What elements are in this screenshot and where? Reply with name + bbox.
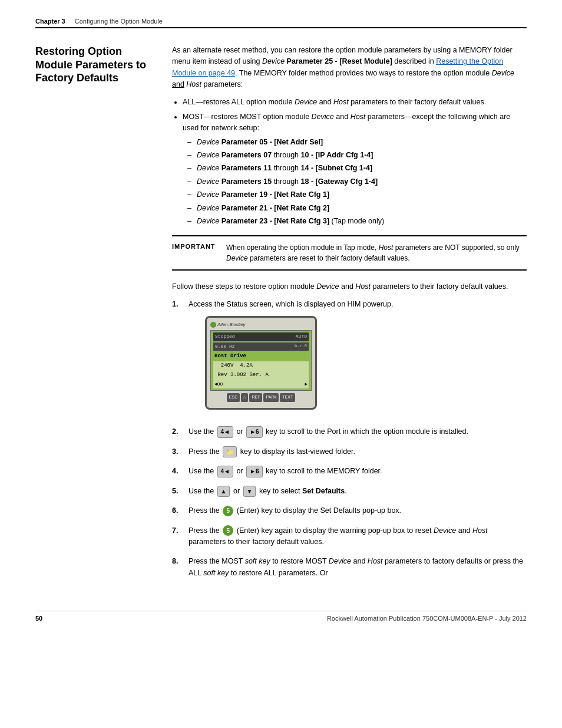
- step-7-italic2: Host: [472, 526, 488, 535]
- sub3-bold2: 14 - [Subnet Cfg 1-4]: [301, 164, 373, 172]
- follow-text3: parameters to their factory default valu…: [371, 282, 508, 291]
- him-rev-row: Rev 3.002 Ser. A: [213, 371, 309, 380]
- sub6-italic: Device: [197, 204, 219, 212]
- footer-page: 50: [35, 615, 42, 622]
- numbered-steps: 1. Access the Status screen, which is di…: [172, 299, 527, 579]
- step-6: 6. Press the 5 (Enter) key to display th…: [172, 505, 527, 516]
- sub7-italic: Device: [197, 217, 219, 225]
- sub4-bold: Parameters 15: [219, 177, 272, 186]
- him-drive-row: Host Drive: [213, 352, 309, 361]
- sub2-bold: Parameters 07: [219, 151, 272, 159]
- intro-underline: and: [172, 80, 184, 88]
- him-nav-right: ►: [305, 381, 308, 388]
- step-3-num: 3.: [172, 446, 184, 458]
- step-7-num: 7.: [172, 525, 184, 548]
- him-status-bar: Stopped AUTO: [213, 332, 309, 341]
- intro-italic1: Device: [262, 57, 285, 65]
- right-column: As an alternate reset method, you can re…: [172, 45, 527, 587]
- step-1-text: Access the Status screen, which is displ…: [189, 300, 393, 308]
- follow-italic2: Host: [355, 282, 371, 291]
- sub-bullet-4: Device Parameters 15 through 18 - [Gatew…: [197, 176, 527, 187]
- step-4: 4. Use the 4◄ or ►6 key to scroll to the…: [172, 466, 527, 477]
- sub1-bold: Parameter 05 - [Net Addr Sel]: [219, 138, 323, 146]
- him-btn-text: TEXT: [280, 393, 295, 402]
- sub3-bold: Parameters 11: [219, 164, 272, 172]
- step-8-soft2: soft key: [203, 569, 229, 577]
- him-rev: Rev 3.002 Ser. A: [214, 372, 269, 378]
- him-btn-par: PAR#: [263, 393, 279, 402]
- step-2-num: 2.: [172, 426, 184, 438]
- him-voltage-row: 240V 4.2A: [213, 361, 309, 371]
- intro-italic2: Device: [492, 69, 514, 77]
- step-8-soft1: soft key: [245, 557, 270, 565]
- step-5-bold: Set Defaults: [302, 487, 345, 495]
- most-italic2: Host: [351, 113, 366, 121]
- header-subtitle: Configuring the Option Module: [75, 18, 163, 25]
- follow-text1: Follow these steps to restore option mod…: [172, 282, 316, 291]
- him-stopped: Stopped: [215, 333, 235, 340]
- intro-bold1: Parameter 25 - [Reset Module]: [287, 57, 392, 65]
- key-enter-7: 5: [223, 525, 233, 536]
- bullet-most-text: MOST—restores MOST option module Device …: [183, 113, 510, 132]
- sub1-italic: Device: [197, 138, 219, 146]
- him-voltage: 240V 4.2A: [214, 363, 253, 368]
- him-btn-esc: ESC: [227, 393, 240, 402]
- intro-text3: . The MEMORY folder method provides two …: [235, 69, 492, 77]
- intro-text5: parameters:: [201, 80, 243, 88]
- sub3-italic: Device: [197, 164, 219, 172]
- step-6-text: Press the 5 (Enter) key to display the S…: [189, 506, 401, 515]
- step-8-italic2: Host: [368, 557, 383, 565]
- him-btn-home: ⌂: [241, 393, 248, 402]
- footer: 50 Rockwell Automation Publication 750CO…: [35, 611, 527, 622]
- bullet-all: ALL—restores ALL option module Device an…: [183, 97, 527, 108]
- most-italic1: Device: [312, 113, 334, 121]
- bullet-all-text: ALL—restores ALL option module Device an…: [183, 98, 486, 106]
- him-screen: Allen-Bradley Stopped AUTO 0.0: [205, 316, 317, 410]
- him-freq-bar: 0.00 Hz b.r.0: [213, 342, 309, 351]
- important-box: IMPORTANT When operating the option modu…: [172, 235, 527, 271]
- follow-paragraph: Follow these steps to restore option mod…: [172, 281, 527, 292]
- sub5-bold: Parameter 19 - [Net Rate Cfg 1]: [219, 190, 329, 199]
- step-5-num: 5.: [172, 486, 184, 498]
- all-italic2: Host: [333, 98, 349, 106]
- sub-bullet-1: Device Parameter 05 - [Net Addr Sel]: [197, 137, 527, 148]
- him-screen-container: Allen-Bradley Stopped AUTO 0.0: [205, 316, 527, 410]
- key-6-right-2: ►6: [246, 466, 262, 477]
- sub2-bold2: 10 - [IP Addr Cfg 1-4]: [301, 151, 373, 159]
- follow-italic1: Device: [316, 282, 339, 291]
- step-7: 7. Press the 5 (Enter) key again to disp…: [172, 525, 527, 548]
- step-2-text: Use the 4◄ or ►6 key to scroll to the Po…: [189, 427, 468, 436]
- step-7-content: Press the 5 (Enter) key again to display…: [189, 525, 527, 548]
- step-5-content: Use the ▲ or ▼ key to select Set Default…: [189, 486, 527, 498]
- follow-text2: and: [339, 282, 356, 291]
- intro-italic3: Host: [186, 80, 201, 88]
- step-1-num: 1.: [172, 299, 184, 419]
- imp-italic1: Host: [379, 243, 394, 252]
- left-column: Restoring Option Module Parameters to Fa…: [35, 45, 153, 587]
- sub2-italic: Device: [197, 151, 219, 159]
- important-text: When operating the option module in Tap …: [226, 242, 527, 263]
- key-down: ▼: [243, 486, 256, 498]
- step-5-text: Use the ▲ or ▼ key to select Set Default…: [189, 487, 347, 495]
- section-title: Restoring Option Module Parameters to Fa…: [35, 45, 153, 85]
- him-screen-header: Allen-Bradley: [210, 321, 312, 328]
- step-6-content: Press the 5 (Enter) key to display the S…: [189, 505, 527, 516]
- sub-bullet-list: Device Parameter 05 - [Net Addr Sel] Dev…: [197, 137, 527, 228]
- sub-bullet-3: Device Parameters 11 through 14 - [Subne…: [197, 163, 527, 174]
- him-drive-label: Host Drive: [214, 353, 246, 359]
- sub4-italic: Device: [197, 177, 219, 186]
- step-8-num: 8.: [172, 556, 184, 579]
- key-folder: 📁: [223, 446, 237, 458]
- key-4-left-2: 4◄: [217, 466, 233, 477]
- key-up: ▲: [217, 486, 230, 498]
- step-5: 5. Use the ▲ or ▼ key to select Set Defa…: [172, 486, 527, 498]
- him-btn-ref: REF: [249, 393, 262, 402]
- key-4-left: 4◄: [217, 426, 233, 438]
- him-brand: Allen-Bradley: [217, 321, 246, 328]
- him-auto: AUTO: [296, 333, 307, 340]
- step-1-content: Access the Status screen, which is displ…: [189, 299, 527, 419]
- header-bar: Chapter 3 Configuring the Option Module: [35, 18, 527, 28]
- main-bullet-list: ALL—restores ALL option module Device an…: [183, 97, 527, 228]
- sub4-bold2: 18 - [Gateway Cfg 1-4]: [301, 177, 378, 186]
- sub-bullet-5: Device Parameter 19 - [Net Rate Cfg 1]: [197, 189, 527, 200]
